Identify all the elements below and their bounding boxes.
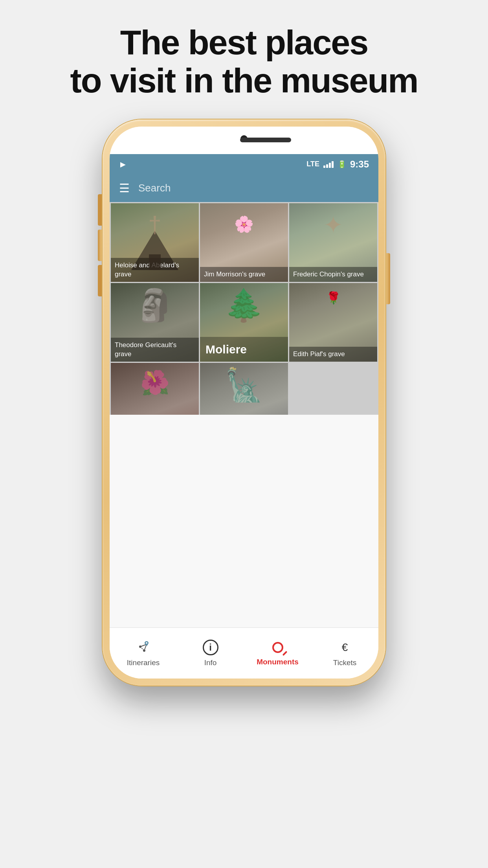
grid-item-label: Moliere — [200, 337, 288, 362]
phone-screen: LTE 🔋 9:35 ☰ Search — [110, 127, 378, 679]
grid-item-morrison[interactable]: 🌸 Jim Morrison's grave — [200, 203, 288, 282]
monuments-search-icon — [270, 640, 286, 655]
hero-line1: The best places — [120, 23, 368, 62]
monuments-grid: † Heloise and Abelard's grave 🌸 Jim Morr… — [110, 202, 378, 415]
grid-item-label: Theodore Gericault's grave — [111, 338, 199, 361]
bottom-navigation: Itineraries i Info Monuments € — [110, 627, 378, 679]
speaker-bar — [240, 138, 291, 142]
status-bar: LTE 🔋 9:35 — [110, 154, 378, 175]
clock: 9:35 — [350, 159, 369, 170]
grid-item-gericault[interactable]: 🗿 Theodore Gericault's grave — [111, 283, 199, 362]
hero-line2: to visit in the museum — [70, 61, 418, 100]
hero-headline: The best places to visit in the museum — [54, 0, 433, 112]
phone-mockup: LTE 🔋 9:35 ☰ Search — [103, 120, 385, 686]
signal-bars — [323, 161, 334, 168]
battery-icon: 🔋 — [338, 160, 346, 169]
grid-item-label: Heloise and Abelard's grave — [111, 258, 199, 281]
svg-point-6 — [146, 642, 147, 644]
tickets-icon: € — [336, 639, 354, 656]
grid-item-victor-noir[interactable]: 🌺 Victor Noir's grave — [111, 363, 199, 415]
content-area: † Heloise and Abelard's grave 🌸 Jim Morr… — [110, 202, 378, 415]
search-bar[interactable]: ☰ Search — [110, 175, 378, 202]
grid-item-wilde[interactable]: 🗽 Oscar Wilde's grave — [200, 363, 288, 415]
play-icon — [119, 160, 127, 168]
phone-camera-area — [110, 127, 378, 154]
grid-item-label: Edith Piaf's grave — [289, 347, 377, 362]
nav-item-itineraries[interactable]: Itineraries — [110, 639, 177, 667]
content-spacer — [110, 415, 378, 627]
nav-item-tickets[interactable]: € Tickets — [311, 639, 378, 667]
info-icon: i — [202, 639, 219, 656]
grid-item-heloise[interactable]: † Heloise and Abelard's grave — [111, 203, 199, 282]
grid-item-chopin[interactable]: ✦ Frederic Chopin's grave — [289, 203, 377, 282]
itineraries-icon — [135, 639, 152, 656]
lte-indicator: LTE — [306, 160, 319, 168]
phone-outer-shell: LTE 🔋 9:35 ☰ Search — [103, 120, 385, 686]
status-left — [119, 160, 127, 168]
grid-item-label: Jim Morrison's grave — [200, 267, 288, 282]
svg-line-5 — [140, 647, 144, 651]
hamburger-menu-icon[interactable]: ☰ — [119, 182, 130, 194]
grid-item-moliere[interactable]: 🌲 Moliere — [200, 283, 288, 362]
nav-label-monuments: Monuments — [257, 658, 299, 666]
nav-label-itineraries: Itineraries — [127, 658, 160, 667]
nav-item-monuments[interactable]: Monuments — [244, 640, 311, 666]
grid-item-label: Frederic Chopin's grave — [289, 267, 377, 282]
nav-label-info: Info — [204, 658, 217, 667]
nav-label-tickets: Tickets — [333, 658, 356, 667]
search-placeholder[interactable]: Search — [138, 182, 171, 194]
nav-item-info[interactable]: i Info — [177, 639, 244, 667]
status-right: LTE 🔋 9:35 — [306, 159, 369, 170]
grid-item-piaf[interactable]: 🌹 Edith Piaf's grave — [289, 283, 377, 362]
